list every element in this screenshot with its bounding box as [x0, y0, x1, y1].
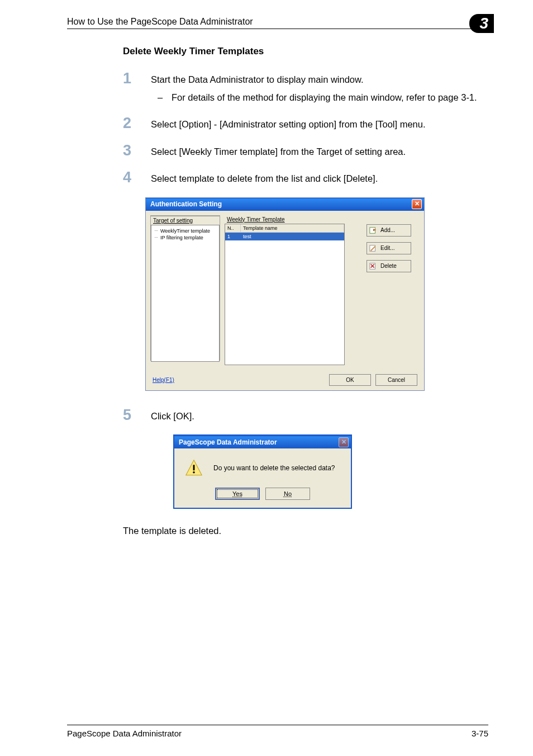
step-number: 1 [123, 71, 151, 105]
bullet-dash: – [158, 91, 172, 105]
delete-icon [369, 262, 377, 270]
table-row[interactable]: 1 test [225, 233, 344, 240]
chapter-number: 3 [469, 14, 494, 33]
column-name[interactable]: Template name [241, 224, 344, 232]
tree-label: Target of setting [151, 216, 220, 225]
step-number: 3 [123, 143, 151, 159]
warning-icon [184, 459, 203, 478]
step-number: 4 [123, 170, 151, 186]
step-1: 1 Start the Data Administrator to displa… [123, 71, 488, 105]
step-number: 2 [123, 116, 151, 132]
step-5: 5 Click [OK]. [123, 408, 488, 424]
list-label: Weekly Timer Template [225, 215, 362, 224]
help-link[interactable]: Help(F1) [153, 377, 174, 383]
step-2: 2 Select [Option] - [Administrator setti… [123, 116, 488, 132]
column-number[interactable]: N.. [225, 224, 241, 232]
footer-right: 3-75 [472, 729, 488, 738]
edit-button[interactable]: Edit... [367, 242, 411, 254]
titlebar[interactable]: PageScope Data Administrator ✕ [174, 436, 351, 448]
step-4: 4 Select template to delete from the lis… [123, 170, 488, 186]
step-text: Select [Weekly Timer template] from the … [151, 143, 406, 159]
confirm-message: Do you want to delete the selected data? [213, 464, 335, 472]
step-subtext: For details of the method for displaying… [172, 91, 477, 105]
add-icon [369, 226, 377, 234]
tree-item-weekly[interactable]: WeeklyTimer template [153, 228, 218, 234]
titlebar[interactable]: Authentication Setting ✕ [146, 198, 424, 211]
step-number: 5 [123, 408, 151, 424]
ok-button[interactable]: OK [329, 374, 371, 386]
result-text: The template is deleted. [67, 526, 488, 536]
dialog-title: Authentication Setting [150, 200, 222, 208]
template-list[interactable]: N.. Template name 1 test [225, 224, 345, 365]
delete-button[interactable]: Delete [367, 260, 411, 272]
authentication-setting-dialog: Authentication Setting ✕ Target of setti… [145, 197, 425, 391]
section-title: Delete Weekly Timer Templates [123, 46, 488, 57]
target-tree[interactable]: WeeklyTimer template IP filtering templa… [151, 225, 220, 362]
running-header: How to Use the PageScope Data Administra… [67, 17, 253, 27]
close-icon[interactable]: ✕ [339, 437, 349, 447]
footer-left: PageScope Data Administrator [67, 729, 182, 738]
close-icon[interactable]: ✕ [412, 199, 422, 209]
step-text: Start the Data Administrator to display … [151, 74, 364, 84]
step-3: 3 Select [Weekly Timer template] from th… [123, 143, 488, 159]
tree-item-ipfilter[interactable]: IP filtering template [153, 234, 218, 241]
step-text: Click [OK]. [151, 408, 194, 424]
add-button[interactable]: Add... [367, 224, 411, 237]
edit-icon [369, 244, 377, 252]
step-text: Select template to delete from the list … [151, 170, 378, 186]
svg-point-4 [193, 471, 195, 474]
cancel-button[interactable]: Cancel [375, 374, 417, 386]
row-name: test [241, 233, 344, 240]
row-num: 1 [225, 233, 241, 240]
step-text: Select [Option] - [Administrator setting… [151, 116, 426, 132]
svg-rect-3 [193, 465, 195, 471]
no-button[interactable]: No [265, 488, 310, 500]
dialog-title: PageScope Data Administrator [179, 438, 277, 446]
yes-button[interactable]: Yes [215, 488, 260, 500]
confirm-delete-dialog: PageScope Data Administrator ✕ Do you wa… [173, 434, 352, 509]
